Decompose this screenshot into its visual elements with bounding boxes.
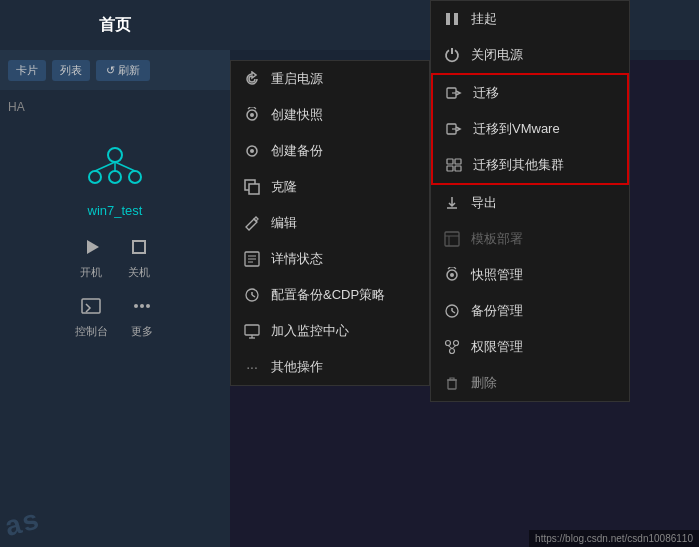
- console-icon: [77, 292, 105, 320]
- ha-label: HA: [8, 100, 25, 114]
- card-view-button[interactable]: 卡片: [8, 60, 46, 81]
- menu2-item-migrate-vmware[interactable]: 迁移到VMware: [433, 111, 627, 147]
- power-off-button[interactable]: 关机: [125, 233, 153, 280]
- svg-rect-52: [448, 380, 456, 389]
- menu-item-snapshot-label: 创建快照: [271, 106, 323, 124]
- menu2-item-permission[interactable]: 权限管理: [431, 329, 629, 365]
- migrate-cluster-icon: [445, 156, 463, 174]
- svg-rect-30: [454, 13, 458, 25]
- menu-item-clone[interactable]: 克隆: [231, 169, 429, 205]
- menu2-item-poweroff[interactable]: 关闭电源: [431, 37, 629, 73]
- url-bar: https://blog.csdn.net/csdn10086110: [529, 530, 699, 547]
- menu-item-details[interactable]: 详情状态: [231, 241, 429, 277]
- menu2-item-backup-mgmt[interactable]: 备份管理: [431, 293, 629, 329]
- svg-point-48: [454, 341, 459, 346]
- refresh-icon: ↺: [106, 64, 115, 77]
- menu2-item-template[interactable]: 模板部署: [431, 221, 629, 257]
- svg-point-12: [146, 304, 150, 308]
- template-icon: [443, 230, 461, 248]
- vm-card: win7_test 开机 关机 控制台: [20, 120, 210, 354]
- svg-marker-7: [87, 240, 99, 254]
- snapshot-icon: [243, 106, 261, 124]
- more-button[interactable]: 更多: [128, 292, 156, 339]
- svg-point-43: [450, 273, 454, 277]
- console-button[interactable]: 控制台: [75, 292, 108, 339]
- menu2-export-label: 导出: [471, 194, 497, 212]
- svg-rect-38: [455, 166, 461, 171]
- svg-rect-29: [446, 13, 450, 25]
- svg-point-14: [250, 113, 254, 117]
- svg-rect-39: [445, 232, 459, 246]
- svg-rect-8: [133, 241, 145, 253]
- migrate-group: 迁移 迁移到VMware 迁移到其他集群: [431, 73, 629, 185]
- svg-point-16: [250, 149, 254, 153]
- svg-point-47: [446, 341, 451, 346]
- poweroff-icon: [443, 46, 461, 64]
- restart-icon: [243, 70, 261, 88]
- svg-point-49: [450, 349, 455, 354]
- menu2-suspend-label: 挂起: [471, 10, 497, 28]
- permission-icon: [443, 338, 461, 356]
- menu2-item-migrate-cluster[interactable]: 迁移到其他集群: [433, 147, 627, 183]
- svg-line-50: [448, 346, 452, 349]
- clone-icon: [243, 178, 261, 196]
- menu2-migrate-label: 迁移: [473, 84, 499, 102]
- svg-point-10: [134, 304, 138, 308]
- vm-secondary-actions: 控制台 更多: [75, 292, 156, 339]
- more-icon: [128, 292, 156, 320]
- svg-line-51: [452, 346, 456, 349]
- menu-item-edit-label: 编辑: [271, 214, 297, 232]
- context-menu-level2: 挂起 关闭电源 迁移 迁移到VMware 迁移到其他集群: [430, 0, 630, 402]
- svg-rect-26: [245, 325, 259, 335]
- menu-item-edit[interactable]: 编辑: [231, 205, 429, 241]
- vm-name: win7_test: [88, 203, 143, 218]
- menu2-backup-mgmt-label: 备份管理: [471, 302, 523, 320]
- menu-item-monitor[interactable]: 加入监控中心: [231, 313, 429, 349]
- backup-mgmt-icon: [443, 302, 461, 320]
- migrate-vmware-icon: [445, 120, 463, 138]
- menu2-migrate-vmware-label: 迁移到VMware: [473, 120, 560, 138]
- delete-icon: [443, 374, 461, 392]
- svg-rect-37: [447, 166, 453, 171]
- menu-item-other-label: 其他操作: [271, 358, 323, 376]
- svg-point-3: [129, 171, 141, 183]
- snapshot-mgmt-icon: [443, 266, 461, 284]
- menu2-template-label: 模板部署: [471, 230, 523, 248]
- menu-item-snapshot[interactable]: 创建快照: [231, 97, 429, 133]
- menu2-item-delete[interactable]: 删除: [431, 365, 629, 401]
- svg-point-1: [89, 171, 101, 183]
- menu2-item-migrate[interactable]: 迁移: [433, 75, 627, 111]
- menu2-item-export[interactable]: 导出: [431, 185, 629, 221]
- menu2-item-snapshot-mgmt[interactable]: 快照管理: [431, 257, 629, 293]
- svg-line-6: [115, 162, 135, 171]
- svg-line-25: [252, 295, 255, 297]
- toolbar: 卡片 列表 ↺ 刷新: [0, 50, 230, 90]
- svg-rect-35: [447, 159, 453, 164]
- migrate-icon: [445, 84, 463, 102]
- menu-item-backup[interactable]: 创建备份: [231, 133, 429, 169]
- details-icon: [243, 250, 261, 268]
- menu2-item-suspend[interactable]: 挂起: [431, 1, 629, 37]
- nav-home-label[interactable]: 首页: [0, 15, 230, 36]
- list-view-button[interactable]: 列表: [52, 60, 90, 81]
- edit-icon: [243, 214, 261, 232]
- menu-item-other[interactable]: ··· 其他操作: [231, 349, 429, 385]
- refresh-button[interactable]: ↺ 刷新: [96, 60, 150, 81]
- svg-point-2: [109, 171, 121, 183]
- menu-item-restart-label: 重启电源: [271, 70, 323, 88]
- vm-primary-actions: 开机 关机: [77, 233, 153, 280]
- export-icon: [443, 194, 461, 212]
- power-on-label: 开机: [80, 265, 102, 280]
- menu-item-cdp[interactable]: 配置备份&CDP策略: [231, 277, 429, 313]
- more-label: 更多: [131, 324, 153, 339]
- menu-item-cdp-label: 配置备份&CDP策略: [271, 286, 385, 304]
- suspend-icon: [443, 10, 461, 28]
- svg-point-0: [108, 148, 122, 162]
- menu-item-restart[interactable]: 重启电源: [231, 61, 429, 97]
- power-on-button[interactable]: 开机: [77, 233, 105, 280]
- context-menu-level1: 重启电源 创建快照 创建备份 克隆 编辑 详情状态: [230, 60, 430, 386]
- svg-rect-18: [249, 184, 259, 194]
- refresh-label: 刷新: [118, 63, 140, 78]
- menu-item-clone-label: 克隆: [271, 178, 297, 196]
- svg-line-46: [452, 311, 455, 313]
